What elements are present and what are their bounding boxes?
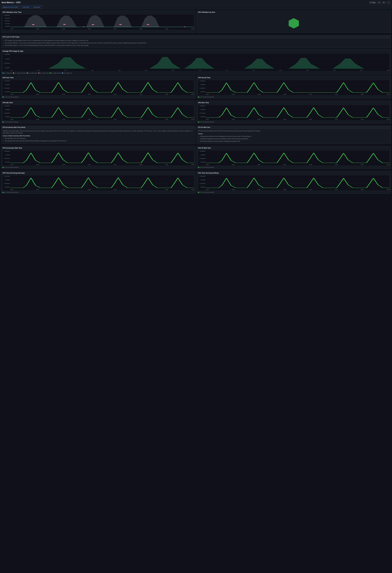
cpu-nice-time-title: CPU Nice Time (197, 101, 391, 104)
filter-hostgroup[interactable]: host.group * (21, 6, 31, 8)
legend-softirqs-dot (198, 192, 199, 193)
cpu-idle-time-legend: ip-172-31-95-39.ec2.internal (1, 121, 195, 124)
cpu-iowait-description: I/O wait is the percentage of time that … (198, 130, 389, 132)
filter-icon: ▼ (383, 2, 385, 3)
cpu-io-wait-legend: ip-172-31-95-39.ec2.internal (197, 166, 391, 169)
cpu-io-wait-time-title: CPU IO Wait Time (197, 146, 391, 149)
cpu-involuntary-wait-desc-title: CPU Involuntary Wait Time (Steal) (1, 126, 195, 129)
legend-interrupts-host-dot (2, 192, 3, 193)
cpu-idle-time-panel: CPU Idle Time 1.5 percent 1 percent 0.5 … (1, 101, 195, 124)
filter-deployment[interactable]: deployment.environment * (1, 6, 20, 8)
x-axis-nice: 12:42 12:50 12:58 13:06 13:14 13:22 13:3… (206, 118, 390, 120)
filter-button[interactable]: ▼ (382, 1, 386, 4)
legend-idle-label: cpu_usage_idle (4, 72, 12, 74)
filter-hostname[interactable]: host.name * (32, 6, 42, 8)
more-icon: ⋮ (388, 2, 389, 3)
cpu-involuntary-causes-title: Causes of High Involuntary Wait Time (St… (3, 135, 194, 137)
cpu-involuntary-wait-time-panel: CPU Involuntary Wait Time 1.5 percent 1 … (1, 146, 195, 169)
cpu-time-interrupts-title: CPU Time Servicing Interrupts (1, 171, 195, 174)
svg-marker-23 (184, 58, 214, 69)
y-axis-softirqs: 1.5 percent 1 percent 0.5 percent 0 perc… (198, 175, 206, 188)
svg-marker-7 (86, 15, 104, 27)
cpu-iowait-causes-title: Causes (198, 133, 389, 135)
iowait-cause-1: Storage devices that have less throughpu… (200, 135, 389, 137)
avg-cpu-usage-title: Average CPU Usage by Type (1, 49, 391, 53)
y-axis-nice: 1.5 percent 1 percent 0.5 percent 0 perc… (198, 105, 206, 118)
cpu-user-time-title: CPU User Time (1, 76, 195, 79)
list-item-3: How are they related? - A 4 core CPU wit… (5, 44, 389, 47)
x-axis-softirqs: 12:42 12:50 12:58 13:06 13:14 13:22 13:3… (206, 188, 390, 191)
svg-marker-21 (48, 57, 86, 69)
refresh-button[interactable]: ↻ (377, 1, 381, 4)
legend-steal-label: cpu_usage_steal (40, 72, 49, 74)
svg-point-14 (147, 24, 149, 25)
legend-user-dot (62, 72, 63, 73)
cpu-kernel-time-panel: CPU Kernel Time 1.5 percent 1 percent 0.… (197, 76, 391, 99)
x-axis-util-time: 12:42 12:50 12:58 13:06 13:14 13:22 13:3… (10, 27, 194, 30)
cpu-util-over-time-chart-area: 20 percent 15 percent 10 percent 5 perce… (1, 14, 195, 30)
avg-cpu-usage-legend: cpu_usage_idle cpu_usage_interrupts cpu_… (1, 72, 391, 74)
cpu-util-over-time-svg (10, 15, 194, 27)
cpu-invol-wait-legend: ip-172-31-95-39.ec2.internal (1, 166, 195, 169)
legend-idle-host-dot (2, 122, 3, 123)
legend-user-host: ip-172-31-95-39.ec2.internal (2, 96, 18, 98)
cpu-kernel-time-legend: ip-172-31-95-39.ec2.internal (197, 96, 391, 98)
cpu-user-time-legend: ip-172-31-95-39.ec2.internal (1, 96, 195, 98)
cpu-user-time-panel: CPU User Time 1.5 percent 1 percent 0.5 … (1, 76, 195, 99)
legend-iowait-host: ip-172-31-95-39.ec2.internal (198, 167, 214, 168)
cpu-iowait-desc-text: I/O wait is the percentage of time that … (197, 129, 391, 144)
legend-user-label: cpu_usage_user (63, 72, 72, 74)
legend-interrupts-dot (13, 72, 14, 73)
legend-system: cpu_usage_system (50, 72, 61, 74)
legend-interrupts: cpu_usage_interrupts (13, 72, 26, 74)
cpu-involuntary-causes-list: The VM needs more CPU resources. The phy… (3, 137, 194, 142)
svg-point-12 (91, 24, 94, 25)
cpu-time-interrupts-svg (10, 175, 194, 188)
legend-idle: cpu_usage_idle (2, 72, 12, 74)
legend-interrupts-host-label: ip-172-31-95-39.ec2.internal (4, 192, 18, 193)
cpu-involuntary-wait-svg (10, 150, 194, 163)
cpu-nice-time-chart: 1.5 percent 1 percent 0.5 percent 0 perc… (198, 105, 390, 120)
cpu-time-softirqs-svg (206, 175, 390, 188)
cpu-nice-time-legend: ip-172-31-95-39.ec2.internal (197, 121, 391, 124)
cpu-kernel-time-chart: 1.5 percent 1 percent 0.5 percent 0 perc… (198, 80, 390, 95)
cpu-softirqs-legend: ip-172-31-95-39.ec2.internal (197, 191, 391, 194)
legend-interrupts-label: cpu_usage_interrupts (15, 72, 26, 74)
cpu-iowait-desc-title: CPU I/O Wait Time (197, 126, 391, 129)
cpu-util-hexagon (289, 18, 299, 28)
legend-invol-host: ip-172-31-95-39.ec2.internal (2, 167, 18, 168)
y-axis-util-time: 20 percent 15 percent 10 percent 5 perce… (2, 15, 10, 27)
legend-iowait-dot (27, 72, 28, 73)
cpu-kernel-time-title: CPU Kernel Time (197, 76, 391, 79)
svg-marker-9 (141, 16, 160, 27)
x-axis-kernel: 12:42 12:50 12:58 13:06 13:14 13:22 13:3… (206, 93, 390, 95)
cpu-time-softirqs-chart: 1.5 percent 1 percent 0.5 percent 0 perc… (198, 175, 390, 191)
cpu-util-hexagon-container (197, 14, 391, 33)
cpu-load-vs-usage-list: CPU Usage is the percentage of time the … (3, 39, 389, 47)
legend-idle-host-label: ip-172-31-95-39.ec2.internal (4, 121, 18, 123)
avg-cpu-usage-svg (10, 54, 390, 69)
header-controls: ⏱ -60m ↻ ▼ ⋮ (369, 1, 391, 4)
refresh-icon: ↻ (379, 2, 380, 3)
y-axis-avg: 1.5 percent 1 percent 0.5 percent 0 perc… (2, 54, 10, 69)
svg-marker-6 (56, 16, 77, 27)
cpu-iowait-causes-list: Storage devices that have less throughpu… (198, 135, 389, 142)
cpu-utilization-over-time-panel: CPU Utilization Over Time 20 percent 15 … (1, 10, 195, 33)
y-axis-iowait: 1.5 percent 1 percent 0.5 percent 0 perc… (198, 150, 206, 163)
cpu-nice-time-panel: CPU Nice Time 1.5 percent 1 percent 0.5 … (197, 101, 391, 124)
time-range-button[interactable]: ⏱ -60m (369, 1, 376, 4)
svg-point-13 (119, 24, 122, 25)
cpu-load-vs-usage-panel: CPU Load Vs CPU Usage CPU Usage is the p… (1, 35, 391, 48)
cpu-io-wait-time-chart-area: 1.5 percent 1 percent 0.5 percent 0 perc… (197, 149, 391, 166)
x-axis-user: 12:42 12:50 12:58 13:06 13:14 13:22 13:3… (10, 93, 194, 95)
cpu-nice-time-chart-area: 1.5 percent 1 percent 0.5 percent 0 perc… (197, 104, 391, 121)
cpu-interrupts-legend: ip-172-31-95-39.ec2.internal (1, 191, 195, 194)
menu-button[interactable]: ⋮ (387, 1, 391, 4)
header: Host Metrics – CPU ⏱ -60m ↻ ▼ ⋮ (0, 0, 392, 5)
y-axis-user: 1.5 percent 1 percent 0.5 percent 0 perc… (2, 80, 10, 93)
legend-system-dot (50, 72, 51, 73)
y-axis-idle: 1.5 percent 1 percent 0.5 percent 0 perc… (2, 105, 10, 118)
svg-point-16 (184, 27, 186, 27)
cpu-involuntary-wait-time-title: CPU Involuntary Wait Time (1, 146, 195, 149)
cpu-time-softirqs-chart-area: 1.5 percent 1 percent 0.5 percent 0 perc… (197, 174, 391, 191)
